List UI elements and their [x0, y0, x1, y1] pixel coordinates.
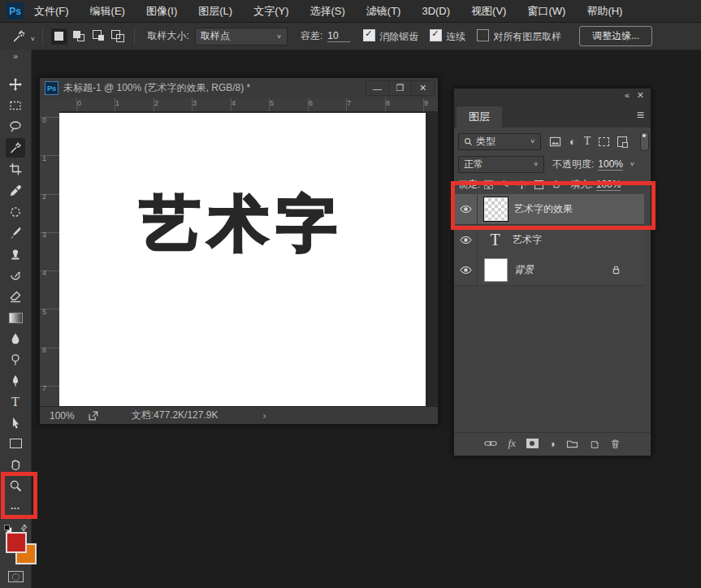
layer-row-effect[interactable]: 艺术字的效果 [454, 194, 644, 225]
horizontal-ruler: 0 1 2 3 4 5 6 7 8 9 [59, 98, 438, 112]
canvas[interactable]: 艺术字 [59, 113, 426, 407]
path-select-tool[interactable] [6, 413, 25, 433]
layer-thumbnail[interactable] [484, 197, 508, 221]
clone-stamp-tool[interactable] [6, 244, 25, 264]
share-icon[interactable] [88, 410, 99, 422]
lock-position-icon[interactable] [517, 180, 526, 189]
fill-value[interactable]: 100% [596, 179, 621, 191]
opacity-caret[interactable]: ∨ [630, 161, 635, 167]
lock-artboard-icon[interactable] [534, 180, 543, 189]
filter-type-dropdown[interactable]: 类型 ∨ [458, 133, 541, 150]
filter-type-layers-icon[interactable]: T [584, 135, 591, 148]
lasso-tool[interactable] [6, 117, 25, 136]
gradient-tool[interactable] [6, 308, 25, 327]
layer-row-background[interactable]: 背景 [454, 255, 644, 286]
sample-all-layers-checkbox[interactable]: 对所有图层取样 [477, 29, 561, 44]
intersect-selection-button[interactable] [110, 28, 126, 45]
close-panel-icon[interactable]: ✕ [637, 90, 644, 101]
new-layer-icon[interactable] [589, 439, 599, 449]
menu-edit[interactable]: 编辑(E) [80, 0, 136, 22]
menu-image[interactable]: 图像(I) [136, 0, 188, 22]
menu-layer[interactable]: 图层(L) [188, 0, 243, 22]
rect-marquee-tool[interactable] [6, 96, 25, 115]
layer-name[interactable]: 背景 [514, 263, 534, 277]
link-layers-icon[interactable] [484, 439, 497, 448]
foreground-color-swatch[interactable] [6, 532, 27, 553]
blend-row: 正常∨ 不透明度: 100% ∨ [454, 154, 651, 174]
toolbar-collapse-icon[interactable]: » [13, 51, 18, 61]
background-thumbnail[interactable] [484, 258, 508, 282]
eraser-tool[interactable] [6, 287, 25, 306]
antialias-checkbox[interactable]: 消除锯齿 [363, 29, 418, 44]
menu-filter[interactable]: 滤镜(T) [356, 0, 412, 22]
crop-tool[interactable] [6, 159, 25, 179]
refine-edge-button[interactable]: 调整边缘... [579, 26, 652, 46]
layers-panel: « ✕ 图层 ≡ 类型 ∨ ◐ T 正 [453, 88, 651, 456]
tolerance-input[interactable]: 10 [327, 30, 350, 42]
quick-mask-button[interactable] [8, 571, 24, 582]
filter-toggle-pin[interactable] [640, 132, 649, 151]
collapse-panel-icon[interactable]: « [625, 90, 628, 100]
eye-icon [460, 236, 472, 244]
menu-file[interactable]: 文件(F) [24, 0, 80, 22]
zoom-tool[interactable] [6, 476, 25, 495]
maximize-button[interactable]: ❐ [388, 81, 411, 95]
history-brush-tool[interactable] [6, 266, 25, 285]
fill-label: 填充: [570, 178, 592, 192]
filter-adjustment-icon[interactable]: ◐ [569, 136, 576, 148]
spot-healing-brush-tool[interactable] [6, 202, 25, 222]
rectangle-tool[interactable] [6, 434, 25, 453]
layer-row-text[interactable]: T 艺术字 [454, 225, 644, 256]
menu-help[interactable]: 帮助(H) [576, 0, 633, 22]
zoom-level[interactable]: 100% [50, 410, 75, 422]
document-title-bar[interactable]: Ps 未标题-1 @ 100% (艺术字的效果, RGB/8) * — ❐ ✕ [40, 78, 438, 99]
dodge-tool[interactable] [6, 350, 25, 370]
blur-tool[interactable] [6, 329, 25, 348]
menu-view[interactable]: 视图(V) [461, 0, 517, 22]
lock-pixels-icon[interactable]: ✎ [501, 179, 509, 190]
new-selection-button[interactable] [51, 28, 67, 45]
magic-wand-tool-preset[interactable]: ∨ [11, 29, 36, 43]
menu-type[interactable]: 文字(Y) [243, 0, 299, 22]
minimize-button[interactable]: — [366, 81, 388, 95]
eyedropper-tool[interactable] [6, 181, 25, 201]
new-group-icon[interactable] [566, 439, 578, 448]
layer-name[interactable]: 艺术字 [513, 233, 542, 247]
layer-name[interactable]: 艺术字的效果 [514, 202, 573, 216]
brush-tool[interactable] [6, 223, 25, 243]
lock-all-icon[interactable] [552, 179, 561, 189]
add-to-selection-button[interactable] [71, 28, 87, 45]
opacity-value[interactable]: 100% [598, 158, 623, 171]
hand-tool[interactable] [6, 455, 25, 474]
delete-layer-icon[interactable] [610, 439, 621, 449]
layers-tab[interactable]: 图层 [457, 106, 502, 128]
menu-window[interactable]: 窗口(W) [517, 0, 576, 22]
sample-size-dropdown[interactable]: 取样点∨ [195, 28, 288, 45]
lock-transparent-icon[interactable] [484, 180, 493, 189]
contiguous-checkbox[interactable]: 连续 [430, 29, 465, 44]
move-tool[interactable] [6, 75, 25, 94]
panel-menu-icon[interactable]: ≡ [637, 108, 644, 123]
visibility-toggle[interactable] [454, 225, 478, 255]
blend-mode-dropdown[interactable]: 正常∨ [458, 156, 544, 173]
subtract-selection-button[interactable] [90, 28, 106, 45]
tool-preset-caret[interactable]: ∨ [30, 36, 36, 42]
type-tool[interactable]: T [6, 392, 25, 412]
filter-pixel-icon[interactable] [549, 136, 561, 147]
filter-smart-object-icon[interactable] [617, 136, 627, 147]
edit-toolbar-button[interactable]: ••• [6, 498, 25, 517]
menu-3d[interactable]: 3D(D) [411, 0, 461, 22]
status-chevron[interactable]: › [262, 410, 266, 422]
close-button[interactable]: ✕ [411, 81, 434, 95]
default-colors-icon[interactable] [4, 525, 11, 531]
menu-select[interactable]: 选择(S) [299, 0, 355, 22]
pen-tool[interactable] [6, 371, 25, 391]
text-layer-thumbnail[interactable]: T [484, 229, 506, 251]
layer-style-icon[interactable]: fx [508, 437, 515, 450]
filter-shape-icon[interactable] [599, 137, 609, 146]
add-mask-icon[interactable] [526, 439, 539, 448]
visibility-toggle[interactable] [454, 255, 478, 285]
visibility-toggle[interactable] [454, 194, 478, 224]
magic-wand-tool[interactable] [6, 138, 25, 158]
adjustment-layer-icon[interactable]: ◑ [549, 438, 556, 450]
